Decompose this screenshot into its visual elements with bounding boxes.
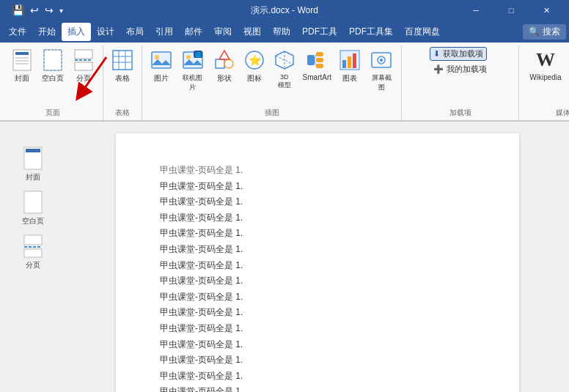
addins-group-label: 加载项 (406, 106, 514, 120)
svg-marker-25 (219, 51, 230, 59)
ribbon-btn-picture[interactable]: 图片 (147, 47, 175, 85)
document-area: 封面 空白页 分页 甲虫课堂-页码全是 1. 甲虫课堂-页码全是 1.甲虫课堂-… (0, 122, 569, 392)
menu-references[interactable]: 引用 (150, 23, 179, 41)
menu-layout[interactable]: 布局 (120, 23, 150, 41)
ribbon-btn-shapes[interactable]: 形状 (210, 47, 238, 85)
svg-rect-57 (26, 149, 40, 152)
save-icon[interactable]: 💾 (10, 3, 26, 18)
menu-pdf[interactable]: PDF工具 (296, 23, 343, 41)
menu-view[interactable]: 视图 (238, 23, 267, 41)
doc-main[interactable]: 甲虫课堂-页码全是 1. 甲虫课堂-页码全是 1.甲虫课堂-页码全是 1.甲虫课… (66, 122, 569, 392)
doc-line: 甲虫课堂-页码全是 1. (160, 337, 475, 353)
svg-line-37 (315, 60, 316, 66)
ribbon-btn-online-picture[interactable]: 🌐 联机图片 (177, 47, 208, 94)
sidebar-item-cover[interactable]: 封面 (21, 144, 45, 185)
3d-model-icon (273, 48, 296, 72)
menu-file[interactable]: 文件 (3, 23, 32, 41)
ribbon-btn-wikipedia[interactable]: W Wikipedia (526, 47, 564, 83)
ribbon-btn-chart[interactable]: 图表 (335, 47, 364, 85)
menu-design[interactable]: 设计 (91, 23, 120, 41)
ribbon-btn-pagebreak[interactable]: 分页 (69, 47, 98, 85)
wikipedia-icon: W (534, 48, 557, 72)
chart-icon (338, 48, 361, 72)
ribbon-group-addins: ⬇ 获取加载项 ➕ 我的加载项 加载项 (402, 45, 519, 120)
doc-line: 甲虫课堂-页码全是 1. (160, 352, 475, 369)
3dmodel-label: 3D 模型 (278, 73, 291, 90)
sidebar-cover-label: 封面 (26, 172, 40, 182)
online-picture-label: 联机图片 (180, 73, 205, 92)
menu-review[interactable]: 审阅 (208, 23, 238, 41)
sidebar-item-blank[interactable]: 空白页 (20, 188, 46, 229)
svg-rect-40 (348, 56, 351, 68)
ribbon-btn-3dmodel[interactable]: 3D 模型 (270, 47, 298, 92)
svg-rect-3 (15, 52, 29, 55)
ribbon-btn-table[interactable]: 表格 (108, 47, 137, 85)
menu-insert[interactable]: 插入 (62, 23, 91, 41)
ribbon-btn-icons[interactable]: ⭐ 图标 (240, 47, 268, 85)
ribbon-group-page: 封面 空白页 分页 页面 (3, 45, 103, 120)
ribbon-btn-screenshot[interactable]: 屏幕截图 (366, 47, 397, 94)
svg-rect-9 (75, 50, 92, 59)
doc-first-line: 甲虫课堂-页码全是 1. (160, 163, 475, 179)
svg-rect-12 (113, 51, 132, 70)
doc-line: 甲虫课堂-页码全是 1. (160, 210, 475, 226)
ribbon-group-illustrations: 图片 🌐 联机图片 形状 ⭐ (142, 45, 402, 120)
my-addins-icon: ➕ (433, 64, 444, 74)
doc-line: 甲虫课堂-页码全是 1. (160, 242, 475, 258)
pagebreak-icon (72, 48, 95, 72)
search-label: 搜索 (543, 26, 560, 38)
doc-line: 甲虫课堂-页码全是 1. (160, 289, 475, 306)
smartart-label: SmartArt (303, 73, 331, 81)
svg-rect-58 (24, 191, 42, 213)
svg-rect-31 (307, 55, 315, 65)
picture-label: 图片 (154, 73, 169, 84)
doc-line: 甲虫课堂-页码全是 1. (160, 321, 475, 337)
svg-rect-39 (342, 60, 346, 68)
menu-pdfset[interactable]: PDF工具集 (343, 23, 399, 41)
page-group-label: 页面 (7, 106, 98, 120)
menu-help[interactable]: 帮助 (267, 23, 296, 41)
redo-icon[interactable]: ↪ (43, 3, 55, 18)
svg-point-44 (380, 59, 383, 62)
ribbon-btn-blank[interactable]: 空白页 (38, 47, 67, 85)
menu-baidu[interactable]: 百度网盘 (399, 23, 446, 41)
search-box[interactable]: 🔍 搜索 (523, 24, 566, 40)
minimize-button[interactable]: ─ (459, 0, 493, 21)
ribbon-btn-cover[interactable]: 封面 (7, 47, 37, 85)
title-bar: 💾 ↩ ↪ ▾ 演示.docx - Word ─ □ ✕ (0, 0, 569, 21)
doc-lines: 甲虫课堂-页码全是 1.甲虫课堂-页码全是 1.甲虫课堂-页码全是 1.甲虫课堂… (160, 179, 475, 392)
svg-point-18 (155, 55, 159, 59)
sidebar-item-break[interactable]: 分页 (21, 232, 45, 273)
close-button[interactable]: ✕ (529, 0, 563, 21)
ribbon-group-table: 表格 表格 (103, 45, 142, 120)
svg-rect-11 (75, 62, 92, 70)
online-picture-icon: 🌐 (181, 48, 205, 72)
doc-line: 甲虫课堂-页码全是 1. (160, 179, 475, 195)
menu-start[interactable]: 开始 (32, 23, 62, 41)
icons-icon: ⭐ (243, 48, 266, 72)
customize-icon[interactable]: ▾ (58, 5, 65, 16)
doc-line: 甲虫课堂-页码全是 1. (160, 305, 475, 321)
maximize-button[interactable]: □ (494, 0, 528, 21)
icons-label: 图标 (247, 73, 262, 84)
svg-text:🌐: 🌐 (194, 51, 201, 58)
menu-mail[interactable]: 邮件 (179, 23, 208, 41)
cover-label: 封面 (15, 73, 29, 84)
doc-line: 甲虫课堂-页码全是 1. (160, 369, 475, 385)
my-addins-label: 我的加载项 (447, 64, 487, 75)
svg-rect-17 (152, 52, 171, 68)
window-title: 演示.docx - Word (251, 4, 318, 17)
svg-rect-33 (316, 58, 323, 62)
get-addins-btn[interactable]: ⬇ 获取加载项 (430, 47, 487, 61)
table-group-label: 表格 (108, 106, 137, 120)
ribbon-group-page-items: 封面 空白页 分页 (7, 47, 98, 106)
undo-icon[interactable]: ↩ (29, 3, 40, 18)
doc-line: 甲虫课堂-页码全是 1. (160, 258, 475, 274)
blank-label: 空白页 (42, 73, 64, 84)
ribbon-btn-smartart[interactable]: SmartArt (300, 47, 334, 83)
chart-label: 图表 (342, 73, 357, 84)
svg-rect-34 (316, 64, 323, 68)
smartart-icon (305, 48, 328, 72)
get-addins-label: 获取加载项 (443, 48, 483, 59)
my-addins-btn[interactable]: ➕ 我的加载项 (430, 62, 491, 76)
